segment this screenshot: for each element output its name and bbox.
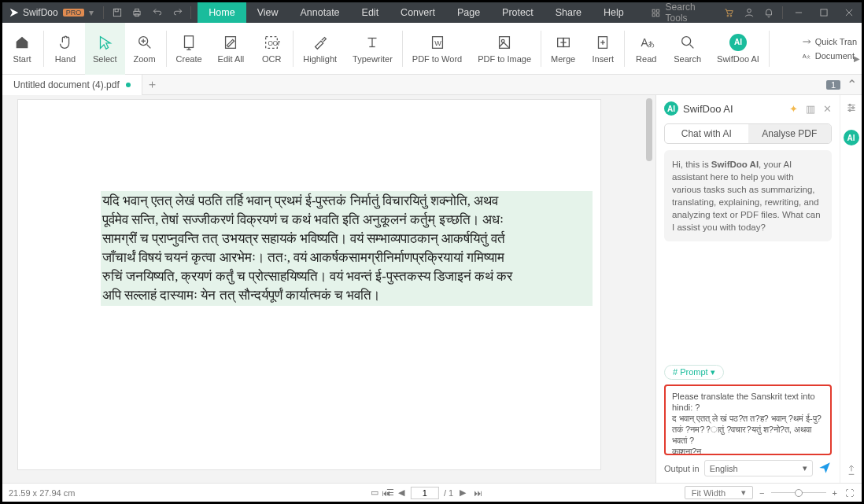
- page-total: / 1: [444, 488, 453, 498]
- ribbon-insert[interactable]: Insert: [583, 23, 622, 75]
- document-tab[interactable]: Untitled document (4).pdf: [2, 75, 142, 95]
- ribbon-zoom[interactable]: Zoom: [125, 23, 164, 75]
- send-button[interactable]: [818, 461, 832, 476]
- svg-rect-7: [652, 13, 655, 16]
- zoom-slider[interactable]: [771, 492, 826, 493]
- settings-icon[interactable]: [845, 101, 858, 114]
- ai-close-icon[interactable]: ✕: [823, 103, 832, 115]
- print-icon[interactable]: [127, 2, 148, 23]
- bell-icon[interactable]: [759, 2, 779, 23]
- vertical-scrollbar[interactable]: [644, 95, 655, 483]
- user-icon[interactable]: [739, 2, 759, 23]
- title-bar: SwifDoo PRO ▾ HomeViewAnnotateEditConver…: [2, 2, 862, 23]
- svg-rect-3: [135, 9, 139, 11]
- prev-page-icon[interactable]: ◀: [397, 487, 406, 498]
- add-tab-button[interactable]: ＋: [142, 77, 163, 92]
- ribbon-start[interactable]: Start: [2, 23, 42, 75]
- menu-convert[interactable]: Convert: [390, 2, 446, 23]
- ribbon-hand[interactable]: Hand: [46, 23, 85, 75]
- ribbon: Start Hand Select Zoom Create Edit All O…: [2, 23, 862, 75]
- menu-edit[interactable]: Edit: [351, 2, 390, 23]
- cart-icon[interactable]: [718, 2, 739, 23]
- svg-rect-2: [134, 11, 140, 15]
- selected-text[interactable]: यदि भवान् एतत् लेखं पठति तर्हि भवान् प्र…: [101, 191, 593, 306]
- ribbon-search[interactable]: Search: [666, 23, 709, 75]
- last-page-icon[interactable]: ⏭: [472, 488, 484, 498]
- output-label: Output in: [664, 464, 700, 473]
- ribbon-quick-translate[interactable]: Quick Tran: [801, 36, 857, 47]
- svg-point-10: [730, 15, 732, 17]
- close-icon[interactable]: [836, 2, 862, 23]
- ribbon-typewriter[interactable]: Typewriter: [345, 23, 401, 75]
- svg-point-9: [727, 15, 729, 17]
- view-single-icon[interactable]: ▭: [369, 487, 380, 498]
- minimize-icon[interactable]: [786, 2, 811, 23]
- svg-rect-20: [185, 35, 194, 47]
- ai-history-icon[interactable]: ▥: [806, 103, 815, 115]
- save-icon[interactable]: [107, 2, 127, 23]
- unsaved-dot-icon: [126, 83, 131, 87]
- svg-rect-1: [115, 9, 118, 12]
- menu-view[interactable]: View: [246, 2, 290, 23]
- ai-spark-icon[interactable]: ✦: [789, 103, 798, 115]
- tab-strip: Untitled document (4).pdf ＋ 1 ⌃: [2, 75, 862, 95]
- svg-point-41: [681, 36, 690, 45]
- search-tools[interactable]: Search Tools: [651, 2, 719, 24]
- page-number-input[interactable]: [411, 487, 439, 499]
- fit-width-select[interactable]: Fit Width▾: [685, 486, 753, 499]
- svg-point-32: [501, 39, 504, 42]
- status-bar: 21.59 x 27.94 cm ⏮ ◀ / 1 ▶ ⏭ ▭ ☰ Fit Wid…: [2, 483, 862, 502]
- redo-icon[interactable]: [168, 2, 188, 23]
- ai-greeting: Hi, this is SwifDoo AI, your AI assistan…: [664, 150, 832, 241]
- page: यदि भवान् एतत् लेखं पठति तर्हि भवान् प्र…: [18, 100, 600, 469]
- menu-page[interactable]: Page: [446, 2, 491, 23]
- collapse-ribbon-icon[interactable]: ⌃: [847, 77, 857, 92]
- menu-protect[interactable]: Protect: [491, 2, 545, 23]
- ai-tab-analyse[interactable]: Analyse PDF: [748, 124, 832, 143]
- undo-icon[interactable]: [147, 2, 168, 23]
- ribbon-pdf-to-word[interactable]: WPDF to Word: [404, 23, 470, 75]
- svg-point-11: [747, 9, 751, 13]
- ribbon-create[interactable]: Create: [168, 23, 210, 75]
- ribbon-merge[interactable]: Merge: [543, 23, 583, 75]
- language-select[interactable]: English▾: [704, 460, 813, 476]
- menu-home[interactable]: Home: [198, 2, 246, 23]
- pin-icon[interactable]: [845, 464, 858, 476]
- fullscreen-icon[interactable]: ⛶: [844, 488, 855, 498]
- svg-rect-5: [652, 9, 655, 12]
- svg-rect-6: [656, 9, 659, 12]
- ribbon-pdf-to-image[interactable]: PDF to Image: [470, 23, 539, 75]
- svg-text:あ: あ: [648, 39, 655, 47]
- svg-text:文: 文: [807, 53, 810, 58]
- ai-toggle-icon[interactable]: AI: [844, 130, 859, 145]
- ribbon-read[interactable]: AあRead: [626, 23, 666, 75]
- ai-input[interactable]: Please translate the Sanskrit text into …: [664, 384, 832, 455]
- menu-share[interactable]: Share: [545, 2, 593, 23]
- zoom-in-icon[interactable]: +: [831, 488, 839, 498]
- menu-help[interactable]: Help: [593, 2, 635, 23]
- app-logo: SwifDoo PRO ▾: [2, 7, 100, 18]
- zoom-out-icon[interactable]: −: [758, 488, 766, 498]
- pro-badge: PRO: [63, 9, 85, 17]
- svg-text:OCR: OCR: [268, 39, 281, 46]
- ribbon-more-icon[interactable]: ▶: [854, 54, 860, 63]
- next-page-icon[interactable]: ▶: [458, 487, 467, 498]
- ribbon-editall[interactable]: Edit All: [210, 23, 253, 75]
- ai-tab-chat[interactable]: Chat with AI: [665, 124, 748, 143]
- menu-annotate[interactable]: Annotate: [290, 2, 351, 23]
- document-viewport[interactable]: यदि भवान् एतत् लेखं पठति तर्हि भवान् प्र…: [2, 95, 644, 483]
- first-page-icon[interactable]: ⏮: [380, 488, 392, 498]
- ribbon-document-translate[interactable]: A文Document: [801, 50, 857, 61]
- app-name: SwifDoo: [23, 7, 58, 18]
- ribbon-select[interactable]: Select: [85, 23, 125, 75]
- ai-sidebar: AI: [840, 95, 862, 483]
- svg-line-42: [689, 44, 693, 48]
- maximize-icon[interactable]: [811, 2, 836, 23]
- prompt-chip[interactable]: # Prompt ▾: [664, 365, 724, 380]
- ribbon-ocr[interactable]: OCROCR: [252, 23, 291, 75]
- ribbon-highlight[interactable]: Highlight: [295, 23, 345, 75]
- ai-title: SwifDoo AI: [683, 103, 733, 115]
- ribbon-swifdoo-ai[interactable]: AISwifDoo AI: [709, 23, 767, 75]
- svg-line-17: [146, 44, 150, 48]
- svg-rect-23: [226, 36, 236, 48]
